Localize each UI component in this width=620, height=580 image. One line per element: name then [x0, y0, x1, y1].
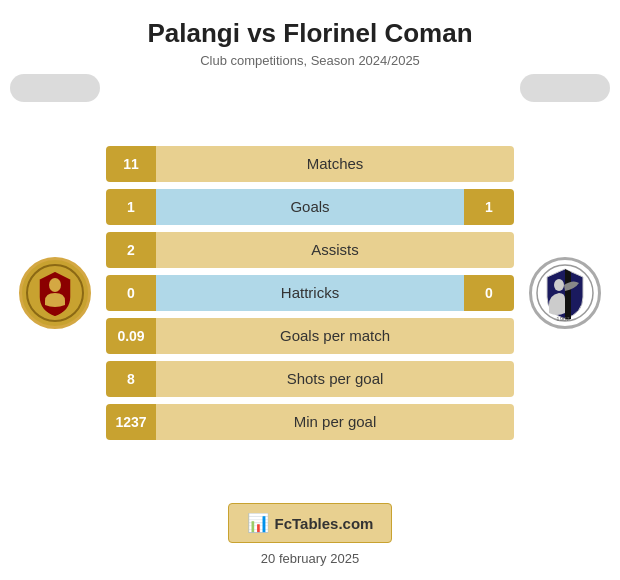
stats-panel: 11Matches1Goals12Assists0Hattricks00.09G… — [100, 146, 520, 440]
top-decorations — [0, 74, 620, 102]
fctables-brand: 📊 FcTables.com — [228, 503, 393, 543]
stat-row: 0.09Goals per match — [106, 318, 514, 354]
stat-left-value: 0 — [106, 275, 156, 311]
stat-left-value: 8 — [106, 361, 156, 397]
atalanta-emblem-icon: 1907 — [535, 263, 595, 323]
stat-left-value: 0.09 — [106, 318, 156, 354]
badge-palangi — [19, 257, 91, 329]
stat-label: Hattricks — [156, 275, 464, 311]
stat-label: Assists — [156, 232, 514, 268]
svg-point-1 — [49, 278, 61, 292]
page: Palangi vs Florinel Coman Club competiti… — [0, 0, 620, 580]
stat-label: Matches — [156, 146, 514, 182]
stat-left-value: 2 — [106, 232, 156, 268]
stat-row: 1237Min per goal — [106, 404, 514, 440]
logo-atalanta: 1907 — [520, 257, 610, 329]
logo-palangi — [10, 257, 100, 329]
stat-row: 1Goals1 — [106, 189, 514, 225]
stat-row: 8Shots per goal — [106, 361, 514, 397]
palangi-emblem-icon — [25, 263, 85, 323]
footer: 📊 FcTables.com 20 february 2025 — [228, 493, 393, 580]
main-content: 11Matches1Goals12Assists0Hattricks00.09G… — [0, 92, 620, 493]
svg-text:1907: 1907 — [556, 316, 570, 322]
stat-row: 11Matches — [106, 146, 514, 182]
top-oval-right — [520, 74, 610, 102]
top-oval-left — [10, 74, 100, 102]
fctables-icon: 📊 — [247, 512, 269, 534]
stat-right-value: 0 — [464, 275, 514, 311]
stat-label: Shots per goal — [156, 361, 514, 397]
subtitle: Club competitions, Season 2024/2025 — [20, 53, 600, 68]
page-title: Palangi vs Florinel Coman — [20, 18, 600, 49]
stat-right-value: 1 — [464, 189, 514, 225]
stat-row: 0Hattricks0 — [106, 275, 514, 311]
badge-atalanta: 1907 — [529, 257, 601, 329]
brand-label: FcTables.com — [275, 515, 374, 532]
header: Palangi vs Florinel Coman Club competiti… — [0, 0, 620, 74]
svg-point-3 — [554, 279, 564, 291]
stat-left-value: 1 — [106, 189, 156, 225]
stat-row: 2Assists — [106, 232, 514, 268]
stat-label: Goals — [156, 189, 464, 225]
stat-left-value: 11 — [106, 146, 156, 182]
date-label: 20 february 2025 — [228, 551, 393, 566]
stat-label: Goals per match — [156, 318, 514, 354]
stat-label: Min per goal — [156, 404, 514, 440]
stat-left-value: 1237 — [106, 404, 156, 440]
